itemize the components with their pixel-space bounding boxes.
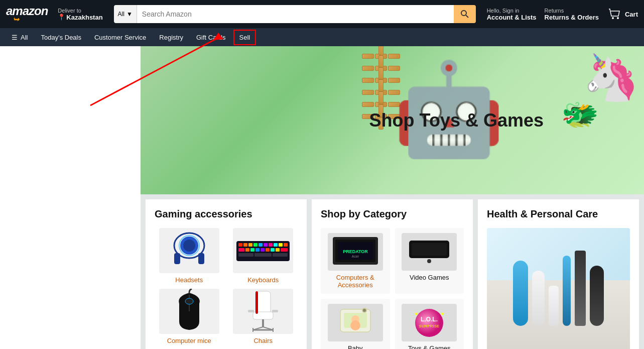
svg-rect-29	[271, 248, 275, 252]
chairs-label[interactable]: Chairs	[253, 337, 273, 344]
navbar-gift-cards[interactable]: Gift Cards	[191, 30, 231, 45]
mice-label[interactable]: Computer mice	[167, 337, 211, 344]
hero-text: Shop Toys & Games	[369, 110, 544, 131]
category-computers[interactable]: PREDATOR Acer Computers & Accessories	[321, 228, 390, 294]
svg-point-62	[415, 309, 443, 337]
search-button[interactable]	[454, 5, 476, 23]
health-card-title: Health & Personal Care	[487, 208, 630, 220]
video-games-label: Video Games	[410, 274, 449, 281]
svg-rect-16	[253, 243, 257, 247]
computers-label: Computers & Accessories	[326, 274, 385, 289]
svg-rect-32	[238, 253, 253, 257]
baby-monitor-svg	[330, 305, 380, 340]
svg-rect-13	[238, 243, 242, 247]
baby-image	[328, 304, 383, 341]
product-cylinder-white	[532, 271, 545, 326]
svg-rect-19	[269, 243, 273, 247]
svg-rect-14	[243, 243, 247, 247]
svg-rect-27	[261, 248, 265, 252]
chairs-image	[233, 289, 293, 334]
svg-text:★: ★	[440, 311, 445, 316]
svg-point-36	[185, 298, 193, 304]
video-games-image	[402, 233, 457, 271]
headsets-image	[159, 228, 219, 273]
product-razor	[575, 251, 586, 326]
svg-rect-20	[274, 243, 278, 247]
gaming-grid: Headsets	[155, 228, 298, 344]
product-tube	[549, 286, 559, 326]
category-video-games[interactable]: Video Games	[395, 228, 464, 294]
keyboards-label[interactable]: Keyboards	[247, 276, 279, 284]
health-card: Health & Personal Care	[478, 199, 639, 349]
health-products-image	[487, 228, 630, 349]
svg-rect-40	[272, 310, 278, 312]
svg-text:Acer: Acer	[352, 255, 359, 258]
toys-games-label: Toys & Games	[408, 344, 451, 349]
chevron-down-icon: ▼	[126, 11, 133, 18]
search-icon	[460, 9, 470, 19]
header-right: Hello, Sign in Account & Lists Returns R…	[487, 6, 638, 22]
navbar-all[interactable]: ☰ All	[6, 30, 33, 45]
svg-rect-24	[245, 248, 249, 252]
svg-rect-18	[264, 243, 268, 247]
cart-button[interactable]: Cart	[607, 6, 638, 22]
sidebar	[0, 46, 141, 349]
cart-icon	[607, 6, 623, 22]
product-cylinder-blue	[513, 261, 528, 326]
lol-doll-svg: L.O.L. SURPRISE ★ ★	[404, 305, 454, 340]
returns-button[interactable]: Returns Returns & Orders	[545, 8, 599, 21]
svg-rect-7	[174, 253, 180, 264]
search-bar: All ▼	[114, 5, 476, 23]
navbar-todays-deals[interactable]: Today's Deals	[35, 30, 87, 45]
toys-image: L.O.L. SURPRISE ★ ★	[402, 304, 457, 341]
search-input[interactable]	[137, 5, 454, 23]
svg-rect-26	[255, 248, 260, 252]
hamburger-icon: ☰	[12, 34, 18, 41]
main-content: 🤖 🦄 🐲 Shop Toys & Games Gaming accessori…	[0, 46, 644, 349]
health-products-display	[508, 246, 609, 341]
gaming-item-mice: Computer mice	[155, 289, 224, 344]
svg-rect-25	[250, 248, 254, 252]
svg-rect-30	[276, 248, 280, 252]
baby-label: Baby	[348, 344, 363, 349]
svg-point-61	[363, 309, 366, 312]
keyboards-image	[233, 228, 293, 273]
product-deodorant	[590, 266, 604, 326]
svg-rect-17	[259, 243, 263, 247]
amazon-logo[interactable]: amazon ⮩	[6, 5, 48, 23]
svg-rect-31	[281, 248, 288, 252]
svg-text:PREDATOR: PREDATOR	[343, 249, 368, 254]
svg-point-2	[461, 11, 466, 16]
gaming-accessories-card: Gaming accessories	[146, 199, 307, 349]
gaming-card-title: Gaming accessories	[155, 208, 298, 220]
svg-rect-28	[266, 248, 270, 252]
svg-text:SURPRISE: SURPRISE	[419, 324, 440, 328]
account-button[interactable]: Hello, Sign in Account & Lists	[487, 8, 537, 21]
svg-point-5	[617, 17, 619, 19]
mouse-svg	[172, 289, 207, 334]
search-category-dropdown[interactable]: All ▼	[114, 5, 137, 23]
dragon-decoration: 🐲	[561, 96, 599, 132]
mice-image	[159, 289, 219, 334]
navbar-customer-service[interactable]: Customer Service	[89, 30, 152, 45]
svg-point-55	[427, 259, 431, 263]
svg-rect-39	[248, 310, 254, 312]
svg-rect-22	[284, 243, 288, 247]
gaming-item-chairs: Chairs	[229, 289, 298, 344]
navbar-sell[interactable]: Sell	[233, 30, 256, 45]
category-toys-games[interactable]: L.O.L. SURPRISE ★ ★ Toys & Games	[395, 299, 464, 349]
svg-point-10	[183, 240, 195, 252]
headsets-label[interactable]: Headsets	[175, 276, 203, 284]
deliver-to[interactable]: Deliver to 📍 Kazakhstan	[58, 8, 102, 21]
category-baby[interactable]: Baby	[321, 299, 390, 349]
location-label: 📍 Kazakhstan	[58, 14, 102, 21]
category-card: Shop by Category PREDATOR Acer	[312, 199, 473, 349]
computers-image: PREDATOR Acer	[328, 233, 383, 271]
svg-rect-33	[254, 253, 272, 257]
svg-rect-34	[273, 253, 288, 257]
svg-rect-47	[255, 291, 258, 314]
navbar-registry[interactable]: Registry	[154, 30, 189, 45]
svg-rect-23	[238, 248, 244, 252]
svg-point-4	[612, 17, 614, 19]
svg-text:★: ★	[414, 311, 419, 316]
